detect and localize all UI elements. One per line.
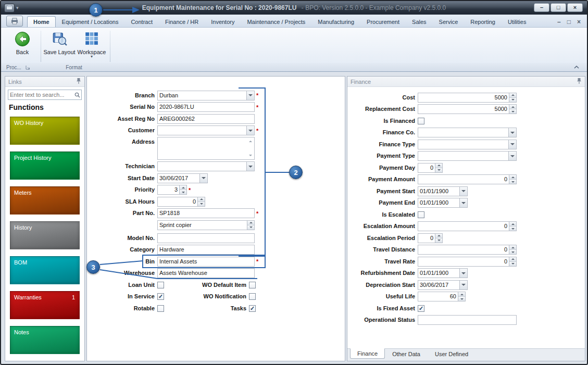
spinner-icon[interactable]	[509, 93, 516, 102]
rotable-checkbox[interactable]	[157, 305, 164, 312]
payment-amount-spinner[interactable]: 0	[418, 174, 517, 184]
tab-user-defined[interactable]: User Defined	[428, 349, 476, 359]
tab-finance[interactable]: Finance	[350, 348, 385, 359]
category-input[interactable]: Hardware	[157, 245, 255, 255]
bin-input[interactable]: Internal Assets	[157, 257, 255, 267]
tile-meters[interactable]: Meters	[10, 186, 80, 215]
is-escalated-checkbox[interactable]	[418, 211, 424, 218]
address-textarea[interactable]	[157, 137, 255, 160]
dropdown-icon[interactable]	[459, 281, 467, 290]
dropdown-icon[interactable]	[508, 128, 516, 137]
escalation-amount-spinner[interactable]: 0	[418, 221, 517, 231]
payment-type-combobox[interactable]	[418, 151, 517, 161]
branch-combobox[interactable]: Durban	[157, 91, 255, 100]
app-menu-button[interactable]	[6, 16, 23, 27]
spinner-icon[interactable]	[509, 175, 516, 184]
payment-day-spinner[interactable]: 0	[418, 163, 443, 173]
pin-icon[interactable]	[577, 78, 582, 85]
spinner-icon[interactable]	[509, 222, 516, 231]
tile-warranties[interactable]: Warranties 1	[10, 291, 80, 319]
links-search-input[interactable]	[8, 92, 73, 98]
asset-reg-no-input[interactable]: AREG000262	[157, 114, 255, 124]
app-icon[interactable]	[4, 4, 15, 12]
travel-rate-spinner[interactable]: 0	[418, 257, 517, 267]
dropdown-icon[interactable]	[508, 140, 516, 149]
tile-history[interactable]: History	[10, 221, 80, 249]
dropdown-icon[interactable]	[246, 162, 254, 171]
close-button[interactable]: ×	[567, 3, 583, 12]
finance-type-combobox[interactable]	[418, 140, 517, 149]
dropdown-icon[interactable]	[459, 187, 467, 196]
serial-no-input[interactable]: 2020-9867LU	[157, 102, 255, 112]
tab-service[interactable]: Service	[433, 16, 465, 27]
tab-maintenance-projects[interactable]: Maintenance / Projects	[241, 16, 311, 27]
tile-notes[interactable]: Notes	[10, 326, 80, 354]
search-icon[interactable]	[73, 92, 81, 98]
spinner-icon[interactable]	[509, 105, 516, 114]
sla-hours-spinner[interactable]: 0	[157, 197, 205, 207]
tab-other-data[interactable]: Other Data	[385, 349, 428, 359]
start-date-picker[interactable]: 30/06/2017	[157, 173, 208, 183]
spinner-icon[interactable]	[509, 257, 516, 266]
tile-wo-history[interactable]: WO History	[10, 117, 80, 145]
useful-life-spinner[interactable]: 60	[418, 292, 466, 301]
part-description-lookup[interactable]: Sprint copier	[157, 220, 255, 230]
dialog-launcher-icon[interactable]	[26, 65, 30, 70]
mdi-minimize-button[interactable]: –	[557, 19, 561, 25]
part-no-input[interactable]: SP1818	[157, 208, 255, 218]
refurbishment-date-datepicker[interactable]: 01/01/1900	[418, 268, 468, 278]
in-service-checkbox[interactable]: ✓	[157, 293, 164, 300]
travel-distance-spinner[interactable]: 0	[418, 245, 517, 255]
warehouse-input[interactable]: Assets Warehouse	[157, 268, 255, 278]
tab-contract[interactable]: Contract	[124, 16, 159, 27]
dropdown-icon[interactable]	[199, 174, 207, 183]
operational-status-input[interactable]	[418, 315, 517, 325]
payment-end-datepicker[interactable]: 01/01/1900	[418, 198, 468, 208]
tab-sales[interactable]: Sales	[406, 16, 433, 27]
tab-manufacturing[interactable]: Manufacturing	[311, 16, 360, 27]
pin-icon[interactable]	[76, 78, 81, 85]
tasks-checkbox[interactable]: ✓	[249, 305, 256, 312]
dropdown-icon[interactable]	[246, 126, 254, 135]
mdi-close-button[interactable]: ×	[577, 19, 581, 25]
minimize-button[interactable]: –	[534, 3, 549, 12]
mdi-restore-button[interactable]: □	[567, 19, 571, 25]
depreciation-start-datepicker[interactable]: 30/06/2017	[418, 280, 468, 290]
cost-spinner[interactable]: 5000	[418, 93, 517, 103]
escalation-period-spinner[interactable]: 0	[418, 233, 443, 243]
qat-dropdown-icon[interactable]: ▾	[16, 5, 19, 10]
collapse-ribbon-button[interactable]	[573, 65, 580, 70]
is-fixed-asset-checkbox[interactable]: ✓	[418, 305, 424, 312]
save-layout-button[interactable]: Save Layout	[43, 30, 76, 63]
model-no-input[interactable]	[157, 233, 255, 243]
tab-procurement[interactable]: Procurement	[360, 16, 406, 27]
wo-default-item-checkbox[interactable]	[249, 282, 256, 288]
technician-combobox[interactable]	[157, 161, 255, 171]
spinner-icon[interactable]	[458, 292, 465, 301]
wo-notification-checkbox[interactable]	[249, 293, 256, 300]
dropdown-icon[interactable]	[459, 269, 467, 278]
dropdown-icon[interactable]	[508, 152, 516, 160]
spinner-icon[interactable]	[509, 245, 516, 254]
spinner-icon[interactable]	[435, 163, 442, 172]
spinner-icon[interactable]	[197, 197, 205, 206]
is-financed-checkbox[interactable]	[418, 118, 424, 124]
customer-combobox[interactable]	[157, 125, 255, 135]
spinner-icon[interactable]	[179, 185, 186, 194]
workspace-button[interactable]: Workspace ▾	[76, 30, 108, 63]
tab-reporting[interactable]: Reporting	[464, 16, 502, 27]
tab-home[interactable]: Home	[27, 16, 56, 27]
spinner-icon[interactable]	[435, 234, 442, 243]
tab-equipment-locations[interactable]: Equipment / Locations	[56, 16, 125, 27]
spinner-icon[interactable]	[247, 221, 254, 230]
loan-unit-checkbox[interactable]	[157, 282, 164, 288]
payment-start-datepicker[interactable]: 01/01/1900	[418, 186, 468, 196]
tile-bom[interactable]: BOM	[10, 256, 80, 284]
tab-utilities[interactable]: Utilities	[502, 16, 532, 27]
tile-project-history[interactable]: Project History	[10, 152, 80, 180]
replacement-cost-spinner[interactable]: 5000	[418, 104, 517, 114]
priority-spinner[interactable]: 3	[157, 185, 187, 195]
scroll-arrows-icon[interactable]	[247, 138, 254, 159]
maximize-button[interactable]: □	[551, 3, 566, 12]
back-button[interactable]: Back	[6, 30, 39, 63]
